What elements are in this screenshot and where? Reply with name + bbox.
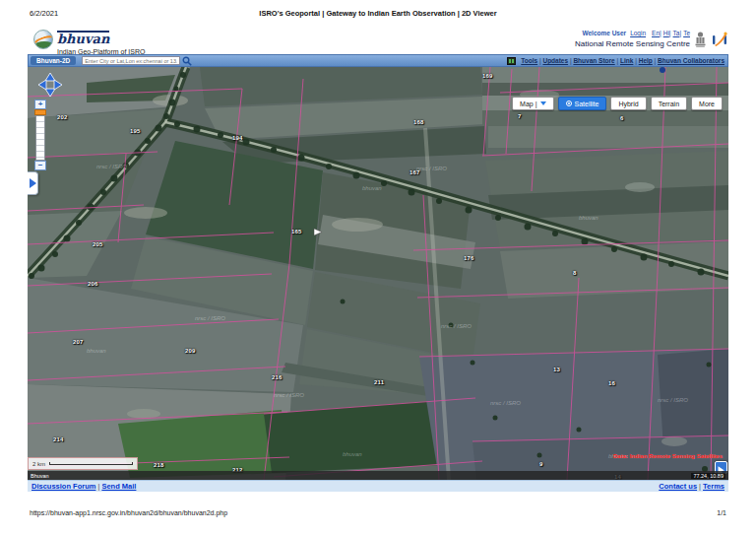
layer-button-map[interactable]: Map | <box>512 97 553 110</box>
layer-bar: Map | Satellite Hybrid Terrain More <box>512 97 723 110</box>
imagery-watermark: nrsc / ISRO <box>658 397 688 403</box>
app-header: bhuvan Indian Geo-Platform of ISRO Welco… <box>28 30 728 54</box>
plot-number-label: 6 <box>620 115 624 121</box>
data-credit: Data: Indian Remote Sensing Satellites <box>613 453 723 459</box>
imagery-watermark: bhuvan <box>362 185 382 191</box>
toolbar-link-bhuvan-store[interactable]: Bhuvan Store <box>573 57 614 64</box>
pan-up-icon <box>45 73 55 81</box>
header-right: Welcome User Login En|Hi|Ta|Te National … <box>575 30 728 48</box>
plot-number-label: 13 <box>553 367 560 372</box>
imagery-watermark: bhuvan <box>579 215 598 221</box>
separator: | <box>97 482 99 491</box>
layer-button-terrain[interactable]: Terrain <box>651 97 687 110</box>
plot-number-label: 207 <box>73 339 84 345</box>
toolbar-link-tools[interactable]: Tools <box>521 57 537 64</box>
search-icon[interactable] <box>182 56 192 66</box>
layer-button-hybrid[interactable]: Hybrid <box>610 97 646 110</box>
radio-selected-icon <box>566 100 572 106</box>
toolbar: Bhuvan-2D Tools | Updates | Bhuvan Store… <box>28 54 728 67</box>
plot-number-label: 209 <box>185 348 196 354</box>
plot-number-label: 16 <box>608 380 615 386</box>
separator: | <box>660 30 662 36</box>
zoom-control: + − <box>34 100 46 170</box>
plot-number-label: 216 <box>272 374 283 380</box>
plot-number-label: 194 <box>232 135 243 141</box>
plot-number-label: 9 <box>539 461 543 467</box>
bhuvan-app: bhuvan Indian Geo-Platform of ISRO Welco… <box>28 30 728 492</box>
language-link-te[interactable]: Te <box>683 30 690 36</box>
map-attribution: Bhuvan <box>31 473 49 479</box>
plot-number-label: 205 <box>93 241 103 247</box>
zoom-in-button[interactable]: + <box>34 100 46 109</box>
imagery-watermark: bhuvan <box>87 348 106 354</box>
bhuvan-logo-text: bhuvan <box>57 31 109 45</box>
layer-button-more[interactable]: More <box>691 97 723 110</box>
search-input[interactable] <box>82 56 180 65</box>
plot-number-label: 176 <box>464 255 474 261</box>
imagery-watermark: nrsc / ISRO <box>96 164 127 169</box>
toolbar-links: Tools | Updates | Bhuvan Store | Link | … <box>507 55 724 66</box>
zoom-slider-track[interactable] <box>35 115 45 161</box>
plot-number-label: 8 <box>573 270 577 276</box>
page-title: ISRO's Geoportal | Gateway to Indian Ear… <box>30 9 726 18</box>
plot-number-label: 202 <box>57 114 68 120</box>
login-link[interactable]: Login <box>630 30 646 36</box>
brand: bhuvan Indian Geo-Platform of ISRO <box>33 30 145 55</box>
pan-right-icon <box>54 80 62 90</box>
print-url: https://bhuvan-app1.nrsc.gov.in/bhuvan2d… <box>30 509 227 516</box>
plot-number-label: 168 <box>413 119 424 125</box>
plot-number-label: 165 <box>291 229 302 234</box>
toolbar-link-updates[interactable]: Updates <box>542 57 568 64</box>
print-page-number: 1/1 <box>717 509 726 516</box>
plot-number-label: 211 <box>374 379 384 385</box>
imagery-watermark: nrsc / ISRO <box>441 323 472 329</box>
isro-logo-icon <box>711 32 728 47</box>
zoom-out-button[interactable]: − <box>34 161 46 170</box>
layer-button-satellite[interactable]: Satellite <box>558 97 607 110</box>
pan-control[interactable] <box>37 72 63 98</box>
tools-grid-icon[interactable] <box>507 57 516 65</box>
footer-link-send-mail[interactable]: Send Mail <box>101 482 136 491</box>
panel-expander-button[interactable] <box>28 171 38 195</box>
layer-dropdown-arrow-icon <box>540 101 546 105</box>
toolbar-link-help[interactable]: Help <box>639 57 653 64</box>
plot-number-label: 169 <box>482 73 493 79</box>
attribution-bar: Bhuvan 77.24, 10.89 <box>28 471 728 480</box>
imagery-watermark: bhuvan <box>343 451 362 457</box>
footer-link-contact-us[interactable]: Contact us <box>659 482 697 491</box>
toolbar-link-link[interactable]: Link <box>620 57 633 64</box>
imagery-watermark: nrsc / ISRO <box>416 166 447 171</box>
imagery-watermark: nrsc / ISRO <box>274 392 304 398</box>
language-link-en[interactable]: En <box>652 30 660 36</box>
pan-left-icon <box>38 80 46 90</box>
imagery-watermark: nrsc / ISRO <box>490 400 521 406</box>
plot-number-label: 7 <box>518 113 522 119</box>
plot-number-label: 218 <box>154 462 164 468</box>
print-header: 6/2/2021 ISRO's Geoportal | Gateway to I… <box>30 9 726 21</box>
bhuvan-globe-logo-icon <box>33 30 53 49</box>
plot-number-label: 214 <box>53 436 64 442</box>
language-links: En|Hi|Ta|Te <box>650 30 690 36</box>
chevron-right-icon <box>30 178 36 188</box>
scale-bar: 2 km <box>28 457 138 470</box>
plot-number-label: 195 <box>130 128 141 134</box>
imagery-watermark: nrsc / ISRO <box>195 315 225 321</box>
separator: | <box>699 482 701 491</box>
printed-page: 6/2/2021 ISRO's Geoportal | Gateway to I… <box>0 0 756 535</box>
toolbar-link-bhuvan-collaborators[interactable]: Bhuvan Collaborators <box>658 57 724 64</box>
india-emblem-icon <box>695 32 706 47</box>
footer-link-discussion-forum[interactable]: Discussion Forum <box>32 482 95 491</box>
scale-label: 2 km <box>32 461 45 467</box>
coordinates-display: 77.24, 10.89 <box>691 473 725 479</box>
scale-line <box>49 462 133 465</box>
map-viewport[interactable]: 1692021951941687616716520520617682072092… <box>28 67 728 480</box>
separator: | <box>669 30 671 36</box>
pan-down-icon <box>45 89 55 97</box>
org-name: National Remote Sensing Centre <box>575 39 690 48</box>
footer-link-terms[interactable]: Terms <box>703 482 724 491</box>
footer-bar: Discussion Forum|Send Mail Contact us|Te… <box>28 480 728 492</box>
welcome-user-text: Welcome User <box>582 30 626 36</box>
plot-number-label: 206 <box>88 281 98 287</box>
app-label-chip: Bhuvan-2D <box>31 56 76 65</box>
separator: | <box>679 30 681 36</box>
